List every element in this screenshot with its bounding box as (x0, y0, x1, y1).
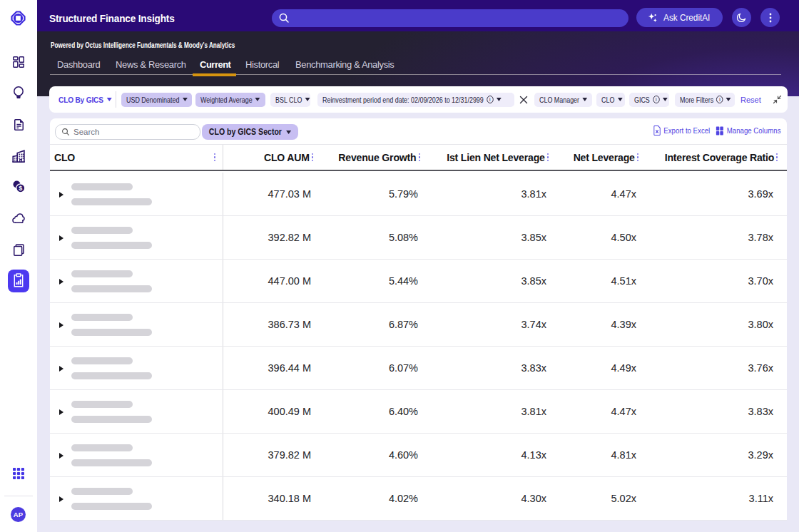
svg-text:$: $ (19, 185, 22, 192)
